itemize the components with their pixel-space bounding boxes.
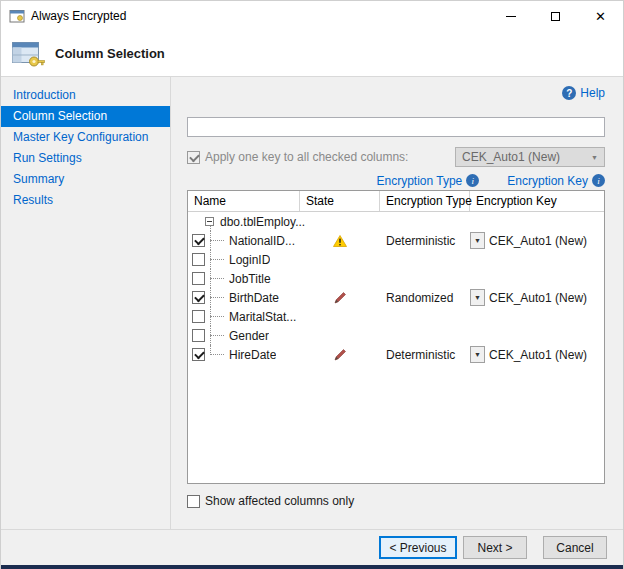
table-group-row[interactable]: dbo.tblEmploy... <box>188 212 604 231</box>
column-help-links: Encryption Type Encryption Key <box>187 173 605 188</box>
sidebar-item-master-key-configuration[interactable]: Master Key Configuration <box>1 127 170 148</box>
column-filter-input[interactable] <box>187 117 605 137</box>
cek-dropdown-value: CEK_Auto1 (New) <box>462 150 560 164</box>
sidebar-item-run-settings[interactable]: Run Settings <box>1 148 170 169</box>
column-name: BirthDate <box>229 291 279 305</box>
edit-pencil-icon <box>334 348 347 361</box>
column-name: LoginID <box>229 253 270 267</box>
minimize-icon <box>506 16 516 17</box>
columns-grid: Name State Encryption Type Encryption Ke… <box>187 190 605 484</box>
table-row[interactable]: JobTitle <box>188 269 604 288</box>
row-checkbox[interactable] <box>192 329 205 342</box>
column-header-encryption-type: Encryption Type <box>380 191 470 211</box>
window-title: Always Encrypted <box>31 9 126 23</box>
tree-line <box>210 259 224 260</box>
info-icon <box>466 174 479 187</box>
row-checkbox[interactable] <box>192 348 205 361</box>
column-selection-icon <box>11 39 45 69</box>
dropdown-arrow-icon[interactable] <box>470 346 485 363</box>
tree-line <box>210 240 224 241</box>
tree-line <box>210 335 224 336</box>
wizard-steps-sidebar: Introduction Column Selection Master Key… <box>1 77 171 529</box>
state-cell <box>300 291 380 304</box>
tree-line <box>210 316 224 317</box>
encryption-type-cell[interactable]: Deterministic <box>380 234 470 248</box>
sidebar-item-introduction[interactable]: Introduction <box>1 85 170 106</box>
wizard-footer: < Previous Next > Cancel <box>1 529 623 565</box>
encryption-type-cell[interactable]: Randomized <box>380 291 470 305</box>
group-name-cell: dbo.tblEmploy... <box>188 212 604 231</box>
apply-key-row: Apply one key to all checked columns: CE… <box>187 147 605 167</box>
table-row[interactable]: LoginID <box>188 250 604 269</box>
show-affected-checkbox[interactable] <box>187 495 200 508</box>
encryption-type-link[interactable]: Encryption Type <box>376 174 479 188</box>
cek-dropdown[interactable]: CEK_Auto1 (New) <box>455 147 605 167</box>
page-title: Column Selection <box>55 46 165 61</box>
apply-one-key-label: Apply one key to all checked columns: <box>205 150 408 164</box>
column-name: NationalID... <box>229 234 295 248</box>
encryption-key-cell[interactable]: CEK_Auto1 (New) <box>470 346 604 363</box>
warning-icon <box>333 235 347 247</box>
table-row[interactable]: Gender <box>188 326 604 345</box>
state-cell <box>300 235 380 247</box>
chevron-down-icon <box>591 154 598 161</box>
wizard-body: Introduction Column Selection Master Key… <box>1 77 623 529</box>
tree-line <box>210 278 224 279</box>
window-bottom-edge <box>1 565 623 569</box>
collapse-expander-icon[interactable] <box>205 217 214 226</box>
apply-one-key-checkbox[interactable] <box>187 151 200 164</box>
encryption-type-cell[interactable]: Deterministic <box>380 348 470 362</box>
row-checkbox[interactable] <box>192 291 205 304</box>
info-icon <box>592 174 605 187</box>
previous-button[interactable]: < Previous <box>379 536 457 559</box>
cancel-button[interactable]: Cancel <box>543 536 607 559</box>
title-bar: Always Encrypted ✕ <box>1 1 623 31</box>
table-row[interactable]: BirthDate Randomized CEK_Auto1 <box>188 288 604 307</box>
encryption-key-value: CEK_Auto1 (New) <box>489 291 587 305</box>
name-cell: MaritalStat... <box>188 307 300 326</box>
row-checkbox[interactable] <box>192 272 205 285</box>
column-name: MaritalStat... <box>229 310 296 324</box>
table-row[interactable]: MaritalStat... <box>188 307 604 326</box>
column-name: Gender <box>229 329 269 343</box>
encryption-key-link[interactable]: Encryption Key <box>507 174 605 188</box>
column-header-state: State <box>300 191 380 211</box>
table-name: dbo.tblEmploy... <box>220 215 305 229</box>
next-button[interactable]: Next > <box>463 536 527 559</box>
row-checkbox[interactable] <box>192 310 205 323</box>
column-header-name: Name <box>188 191 300 211</box>
help-icon <box>562 86 576 100</box>
maximize-button[interactable] <box>533 1 578 31</box>
state-cell <box>300 348 380 361</box>
window-controls: ✕ <box>488 1 623 31</box>
main-panel: Help Apply one key to all checked column… <box>171 77 623 529</box>
edit-pencil-icon <box>334 291 347 304</box>
encryption-key-cell[interactable]: CEK_Auto1 (New) <box>470 289 604 306</box>
encryption-key-value: CEK_Auto1 (New) <box>489 348 587 362</box>
column-header-encryption-key: Encryption Key <box>470 191 604 211</box>
sidebar-item-results[interactable]: Results <box>1 190 170 211</box>
close-icon: ✕ <box>595 10 606 23</box>
sidebar-item-column-selection[interactable]: Column Selection <box>1 106 170 127</box>
encryption-key-cell[interactable]: CEK_Auto1 (New) <box>470 232 604 249</box>
encryption-key-link-label: Encryption Key <box>507 174 588 188</box>
dropdown-arrow-icon[interactable] <box>470 289 485 306</box>
row-checkbox[interactable] <box>192 253 205 266</box>
table-row[interactable]: HireDate Deterministic CEK_Auto <box>188 345 604 364</box>
name-cell: Gender <box>188 326 300 345</box>
row-checkbox[interactable] <box>192 234 205 247</box>
name-cell: HireDate <box>188 345 300 364</box>
help-link[interactable]: Help <box>187 85 605 101</box>
dropdown-arrow-icon[interactable] <box>470 232 485 249</box>
tree-line <box>210 354 224 355</box>
close-button[interactable]: ✕ <box>578 1 623 31</box>
sidebar-item-summary[interactable]: Summary <box>1 169 170 190</box>
table-row[interactable]: NationalID... Deterministic <box>188 231 604 250</box>
app-icon <box>9 8 25 24</box>
tree-line <box>210 297 224 298</box>
name-cell: LoginID <box>188 250 300 269</box>
name-cell: JobTitle <box>188 269 300 288</box>
column-name: JobTitle <box>229 272 271 286</box>
minimize-button[interactable] <box>488 1 533 31</box>
encryption-type-link-label: Encryption Type <box>376 174 462 188</box>
